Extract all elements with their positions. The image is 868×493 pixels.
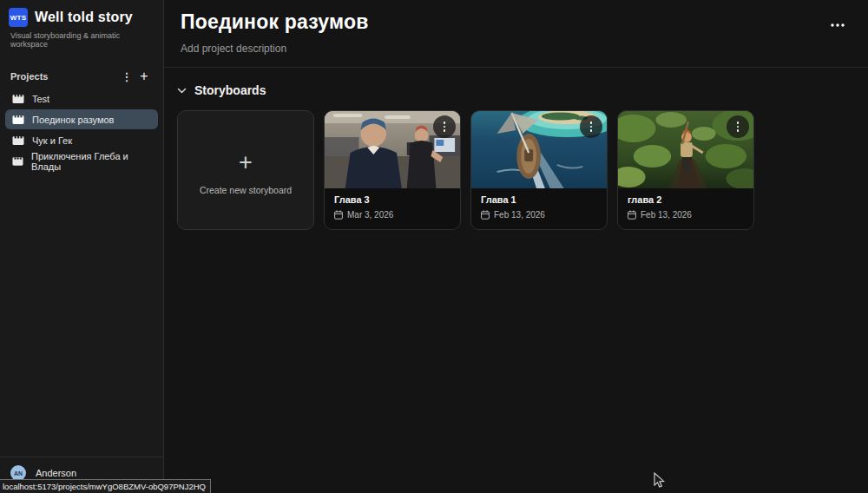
calendar-icon <box>481 210 490 220</box>
storyboard-date-text: Feb 13, 2026 <box>494 210 545 220</box>
storyboards-section-title: Storyboards <box>194 83 266 97</box>
storyboard-date: Feb 13, 2026 <box>481 210 597 220</box>
storyboard-card-footer: Глава 1 Feb 13, 2026 <box>471 188 607 220</box>
sidebar-item-label: Поединок разумов <box>32 115 114 125</box>
storyboards-section-toggle[interactable]: Storyboards <box>177 83 868 97</box>
kebab-icon <box>590 122 593 132</box>
calendar-icon <box>334 210 343 220</box>
sidebar-item-poedinok-razumov[interactable]: Поединок разумов <box>5 109 158 129</box>
sidebar-item-label: Чук и Гек <box>32 135 72 146</box>
storyboard-card[interactable]: Глава 1 Feb 13, 2026 <box>470 110 608 230</box>
projects-header: Projects ⋮ + <box>10 68 153 85</box>
storyboard-date: Feb 13, 2026 <box>628 210 744 220</box>
storyboard-card-footer: Глава 3 Mar 3, 2026 <box>325 188 460 220</box>
project-list: Test Поединок разумов Чук и Гек Приключе… <box>5 89 158 171</box>
sidebar-item-label: Приключения Глеба и Влады <box>31 151 151 172</box>
page-title: Поединок разумов <box>181 10 847 34</box>
ellipsis-icon <box>830 23 845 28</box>
storyboard-card-menu-button[interactable] <box>433 115 456 138</box>
main-content: Поединок разумов Add project description… <box>164 0 868 493</box>
film-icon <box>12 135 24 146</box>
create-storyboard-card[interactable]: + Create new storyboard <box>177 110 314 230</box>
storyboard-date-text: Mar 3, 2026 <box>347 210 393 220</box>
storyboard-thumbnail-jungle-scene <box>618 111 753 188</box>
avatar-initials: AN <box>14 470 23 477</box>
kebab-icon: ⋮ <box>122 71 133 82</box>
storyboard-card-menu-button[interactable] <box>580 115 602 138</box>
user-name: Anderson <box>36 468 76 478</box>
film-icon <box>12 94 24 104</box>
plus-icon: + <box>239 151 253 174</box>
storyboard-card[interactable]: глава 2 Feb 13, 2026 <box>617 110 754 230</box>
sidebar-item-priklyucheniya[interactable]: Приключения Глеба и Влады <box>5 151 158 171</box>
add-project-button[interactable]: + <box>135 68 153 85</box>
project-header: Поединок разумов Add project description <box>164 0 868 68</box>
film-icon <box>12 156 23 167</box>
sidebar-item-chuk-i-gek[interactable]: Чук и Гек <box>5 130 158 150</box>
film-icon <box>12 115 24 125</box>
link-preview-statusbar: localhost:5173/projects/mwYgO8BZMV-obQ97… <box>0 479 211 493</box>
sidebar-item-label: Test <box>32 94 49 104</box>
brand: WTS Well told story Visual storyboarding… <box>0 0 163 49</box>
app-tagline: Visual storyboarding & animatic workspac… <box>9 31 155 49</box>
storyboard-title: Глава 1 <box>481 194 597 205</box>
project-description-placeholder[interactable]: Add project description <box>181 43 847 55</box>
user-menu[interactable]: AN Anderson <box>0 457 163 481</box>
storyboard-card-footer: глава 2 Feb 13, 2026 <box>618 188 753 220</box>
storyboard-thumbnail-sailing-ship-scene <box>471 111 607 188</box>
project-menu-button[interactable] <box>828 16 847 32</box>
storyboard-date: Mar 3, 2026 <box>334 210 450 220</box>
storyboard-title: Глава 3 <box>334 194 450 205</box>
sidebar-item-test[interactable]: Test <box>5 89 158 108</box>
create-storyboard-label: Create new storyboard <box>200 185 292 195</box>
sidebar: WTS Well told story Visual storyboarding… <box>0 0 164 493</box>
projects-menu-button[interactable]: ⋮ <box>118 68 135 85</box>
kebab-icon <box>444 122 446 132</box>
app-logo-text: WTS <box>10 14 26 22</box>
app-logo: WTS <box>9 8 28 27</box>
projects-label: Projects <box>10 71 118 82</box>
app-title: Well told story <box>35 10 133 25</box>
chevron-down-icon <box>177 88 187 94</box>
storyboard-thumbnail-office-scene <box>325 111 460 188</box>
storyboards-grid: + Create new storyboard <box>177 110 868 230</box>
kebab-icon <box>737 122 740 132</box>
storyboard-date-text: Feb 13, 2026 <box>641 210 692 220</box>
statusbar-url: localhost:5173/projects/mwYgO8BZMV-obQ97… <box>3 482 206 491</box>
storyboard-card[interactable]: Глава 3 Mar 3, 2026 <box>324 110 461 230</box>
storyboard-title: глава 2 <box>628 194 744 205</box>
calendar-icon <box>628 210 636 220</box>
plus-icon: + <box>140 69 148 83</box>
storyboard-card-menu-button[interactable] <box>727 115 749 138</box>
